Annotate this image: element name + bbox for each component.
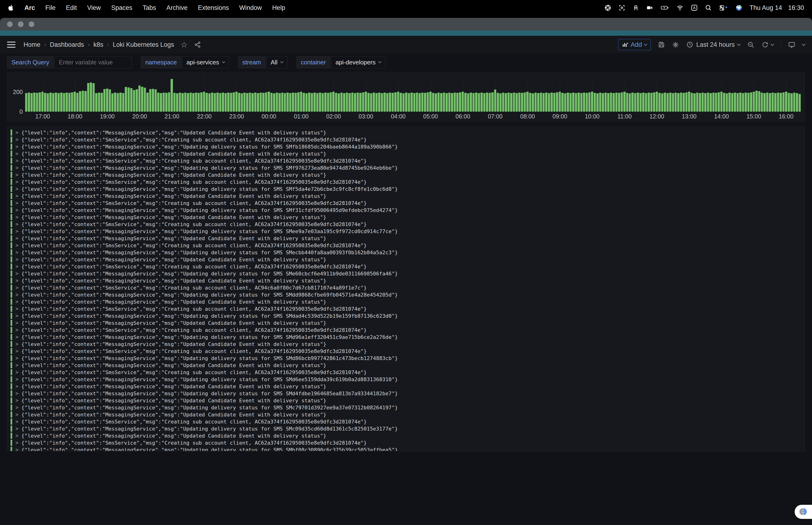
browser-profile-icon[interactable] [735, 4, 742, 11]
log-row[interactable]: >{"level":"info","context":"MessagingSer… [11, 333, 800, 341]
expand-log-icon[interactable]: > [16, 179, 18, 185]
expand-log-icon[interactable]: > [16, 355, 18, 361]
log-row[interactable]: >{"level":"info","context":"MessagingSer… [11, 235, 800, 242]
log-row[interactable]: >{"level":"info","context":"MessagingSer… [11, 143, 800, 150]
breadcrumb-item-home[interactable]: Home [24, 41, 41, 48]
breadcrumb-item-k8s[interactable]: k8s [93, 41, 103, 48]
expand-log-icon[interactable]: > [16, 384, 18, 389]
log-row[interactable]: >{"level":"info","context":"SmsService",… [11, 221, 800, 228]
kiosk-mode-icon[interactable] [788, 41, 795, 48]
expand-log-icon[interactable]: > [16, 426, 18, 432]
log-row[interactable]: >{"level":"info","context":"MessagingSer… [11, 376, 800, 383]
variable-label[interactable]: Search Query [7, 56, 53, 69]
log-row[interactable]: >{"level":"info","context":"SmsService",… [11, 327, 800, 333]
log-row[interactable]: >{"level":"info","context":"MessagingSer… [11, 256, 800, 263]
menubar-item-tabs[interactable]: Tabs [143, 4, 156, 12]
expand-log-icon[interactable]: > [16, 242, 18, 248]
zoom-out-icon[interactable] [747, 41, 754, 48]
breadcrumb-item-dashboards[interactable]: Dashboards [50, 41, 84, 48]
expand-log-icon[interactable]: > [16, 433, 18, 438]
expand-log-icon[interactable]: > [16, 264, 18, 269]
expand-log-icon[interactable]: > [16, 306, 18, 312]
expand-log-icon[interactable]: > [16, 405, 18, 410]
log-row[interactable]: >{"level":"info","context":"MessagingSer… [11, 228, 800, 235]
input-source-icon[interactable]: A [691, 4, 698, 11]
log-row[interactable]: >{"level":"info","context":"MessagingSer… [11, 404, 800, 411]
expand-log-icon[interactable]: > [16, 292, 18, 298]
log-row[interactable]: >{"level":"info","context":"MessagingSer… [11, 214, 800, 221]
variable-select[interactable]: api-developers [331, 56, 386, 69]
log-row[interactable]: >{"level":"info","context":"SmsService",… [11, 348, 800, 355]
variable-label[interactable]: container [296, 56, 330, 69]
expand-log-icon[interactable]: > [16, 313, 18, 319]
log-row[interactable]: >{"level":"info","context":"MessagingSer… [11, 185, 800, 193]
log-row[interactable]: >{"level":"info","context":"MessagingSer… [11, 277, 800, 284]
expand-log-icon[interactable]: > [16, 362, 18, 368]
expand-log-icon[interactable]: > [16, 447, 18, 451]
breadcrumb-item-loki-kubernetes-logs[interactable]: Loki Kubernetes Logs [113, 41, 174, 48]
wifi-icon[interactable] [676, 4, 684, 11]
menubar-item-spaces[interactable]: Spaces [111, 4, 132, 12]
log-row[interactable]: >{"level":"info","context":"MessagingSer… [11, 446, 800, 451]
time-range-picker[interactable]: Last 24 hours [686, 41, 740, 48]
log-row[interactable]: >{"level":"info","context":"SmsService",… [11, 263, 800, 270]
log-row[interactable]: >{"level":"info","context":"MessagingSer… [11, 291, 800, 298]
expand-log-icon[interactable]: > [16, 299, 18, 304]
log-row[interactable]: >{"level":"info","context":"MessagingSer… [11, 355, 800, 362]
menubar-clock[interactable]: Thu Aug 14 16:30 [750, 4, 804, 12]
expand-log-icon[interactable]: > [16, 397, 18, 403]
variable-text-input[interactable] [59, 59, 127, 66]
variable-select[interactable]: All [266, 56, 287, 69]
log-row[interactable]: >{"level":"info","context":"MessagingSer… [11, 319, 800, 327]
variable-label[interactable]: stream [238, 56, 265, 69]
menubar-item-view[interactable]: View [87, 4, 101, 12]
log-row[interactable]: >{"level":"info","context":"SmsService",… [11, 369, 800, 376]
dashboard-settings-icon[interactable] [672, 41, 679, 48]
expand-log-icon[interactable]: > [16, 412, 18, 417]
log-row[interactable]: >{"level":"info","context":"MessagingSer… [11, 171, 800, 178]
expand-log-icon[interactable]: > [16, 151, 18, 156]
expand-log-icon[interactable]: > [16, 186, 18, 192]
menubar-app-name[interactable]: Arc [25, 4, 35, 12]
log-row[interactable]: >{"level":"info","context":"MessagingSer… [11, 249, 800, 256]
refresh-icon[interactable] [762, 41, 774, 48]
expand-log-icon[interactable]: > [16, 271, 18, 276]
menubar-item-file[interactable]: File [45, 4, 56, 12]
star-icon[interactable]: ☆ [181, 41, 188, 49]
log-row[interactable]: >{"level":"info","context":"SmsService",… [11, 439, 800, 446]
screenshot-icon[interactable] [618, 4, 626, 11]
menubar-item-edit[interactable]: Edit [66, 4, 77, 12]
expand-log-icon[interactable]: > [16, 144, 18, 149]
log-row[interactable]: >{"level":"info","context":"MessagingSer… [11, 362, 800, 369]
expand-log-icon[interactable]: > [16, 200, 18, 206]
log-row[interactable]: >{"level":"info","context":"MessagingSer… [11, 390, 800, 397]
battery-charging-icon[interactable] [660, 4, 669, 11]
expand-log-icon[interactable]: > [16, 285, 18, 290]
log-row[interactable]: >{"level":"info","context":"MessagingSer… [11, 129, 800, 136]
expand-log-icon[interactable]: > [16, 376, 18, 382]
log-row[interactable]: >{"level":"info","context":"MessagingSer… [11, 397, 800, 404]
close-window-button[interactable] [7, 21, 13, 27]
add-panel-button[interactable]: Add [618, 39, 651, 50]
expand-log-icon[interactable]: > [16, 419, 18, 424]
minimize-window-button[interactable] [18, 21, 24, 27]
expand-log-icon[interactable]: > [16, 348, 18, 354]
variable-input[interactable] [54, 56, 132, 69]
log-row[interactable]: >{"level":"info","context":"MessagingSer… [11, 383, 800, 390]
expand-log-icon[interactable]: > [16, 172, 18, 178]
log-row[interactable]: >{"level":"info","context":"MessagingSer… [11, 270, 800, 277]
ollama-icon[interactable] [632, 4, 639, 11]
zoom-window-button[interactable] [29, 21, 34, 27]
shutter-icon[interactable] [604, 4, 611, 11]
expand-log-icon[interactable]: > [16, 320, 18, 326]
apple-icon[interactable] [8, 4, 14, 11]
log-row[interactable]: >{"level":"info","context":"SmsService",… [11, 242, 800, 249]
expand-log-icon[interactable]: > [16, 250, 18, 255]
log-row[interactable]: >{"level":"info","context":"MessagingSer… [11, 341, 800, 348]
expand-log-icon[interactable]: > [16, 327, 18, 333]
expand-log-icon[interactable]: > [16, 165, 18, 170]
expand-log-icon[interactable]: > [16, 228, 18, 234]
expand-log-icon[interactable]: > [16, 137, 18, 142]
control-center-icon[interactable] [719, 4, 729, 11]
log-row[interactable]: >{"level":"info","context":"MessagingSer… [11, 432, 800, 439]
